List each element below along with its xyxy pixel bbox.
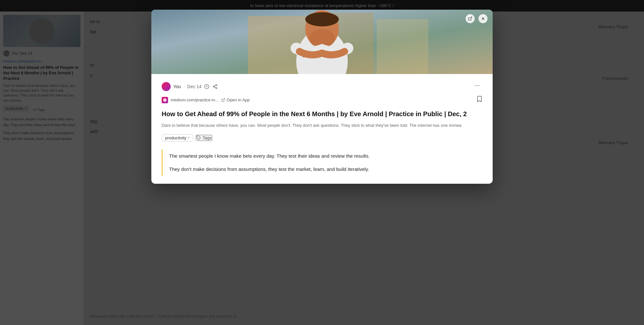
modal-source-left: medium.com/practice-in... Open in App <box>162 97 250 103</box>
author-name: You <box>173 84 181 89</box>
modal-overlay: You · Dec 14 <box>0 0 644 325</box>
modal-source-row: medium.com/practice-in... Open in App <box>162 96 482 104</box>
meta-dot: · <box>184 84 185 89</box>
modal-tags: productivity × Tags <box>162 134 482 142</box>
article-modal: You · Dec 14 <box>151 10 493 184</box>
article-excerpt: Dare to believe that because others have… <box>162 122 482 129</box>
svg-rect-6 <box>377 19 428 74</box>
hero-image <box>151 10 493 74</box>
article-title: How to Get Ahead of 99% of People in the… <box>162 109 482 118</box>
hero-svg <box>151 10 493 74</box>
avatar <box>162 82 171 91</box>
svg-line-18 <box>214 87 216 88</box>
highlight-block: The smartest people I know make bets eve… <box>162 149 482 176</box>
tag-icon <box>196 135 201 140</box>
highlight-text-1: The smartest people I know make bets eve… <box>169 152 482 160</box>
svg-point-16 <box>213 86 214 87</box>
external-link-icon <box>468 16 472 21</box>
modal-header-buttons <box>466 14 488 23</box>
modal-meta-right <box>472 82 482 91</box>
tag-label: productivity <box>165 135 186 140</box>
svg-point-13 <box>164 84 169 89</box>
svg-line-0 <box>470 17 472 19</box>
meta-icons <box>204 84 218 89</box>
highlight-text-2: They don't make decisions from assumptio… <box>169 165 482 173</box>
more-icon <box>474 82 480 89</box>
svg-line-23 <box>223 98 225 100</box>
svg-point-12 <box>305 12 339 26</box>
share-icon <box>213 84 218 89</box>
modal-content: You · Dec 14 <box>151 74 493 184</box>
tag-close-button[interactable]: × <box>188 136 190 140</box>
close-button[interactable] <box>478 14 488 23</box>
external-link-button[interactable] <box>466 14 475 23</box>
modal-meta-row: You · Dec 14 <box>162 82 482 91</box>
clock-icon <box>204 84 209 89</box>
source-url: medium.com/practice-in... <box>171 98 219 102</box>
svg-point-15 <box>216 84 217 86</box>
add-tags-button[interactable]: Tags <box>196 135 212 141</box>
bookmark-icon <box>477 96 482 103</box>
productivity-tag[interactable]: productivity × <box>162 134 193 142</box>
avatar-icon <box>163 84 169 89</box>
open-in-app-button[interactable]: Open in App <box>221 98 250 102</box>
modal-meta-left: You · Dec 14 <box>162 82 218 91</box>
svg-point-17 <box>216 87 217 88</box>
svg-point-20 <box>475 85 476 86</box>
source-favicon <box>162 97 168 103</box>
svg-point-21 <box>477 85 478 86</box>
close-icon <box>481 16 485 21</box>
svg-line-19 <box>214 85 216 86</box>
svg-point-22 <box>479 85 480 86</box>
more-options-button[interactable] <box>472 82 482 91</box>
meta-date: Dec 14 <box>187 84 202 89</box>
bookmark-button[interactable] <box>477 96 482 104</box>
source-icon <box>163 98 167 102</box>
open-external-icon <box>221 98 225 102</box>
